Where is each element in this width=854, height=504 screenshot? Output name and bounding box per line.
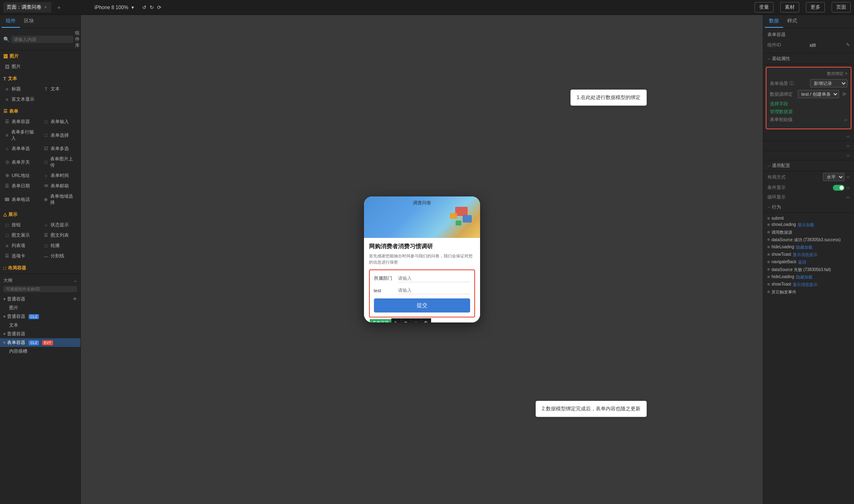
refresh-icon[interactable]: ⟳ (157, 5, 161, 10)
form-row-dept: 所属部门 (374, 274, 470, 282)
comp-form-textarea[interactable]: ≡ 表单多行输入 (2, 127, 40, 143)
text-grid: ≡ 标题 T 文本 ≡ 富文本显示 (0, 83, 80, 105)
top-bar: 页面：调查问卷 × + iPhone 8 100% ▾ ↺ ↻ ⟳ 变量 素材 … (0, 0, 854, 15)
comp-form-region[interactable]: ⊕ 表单地域选择 (41, 191, 79, 207)
expand-icon[interactable]: ⌄ (73, 278, 77, 283)
eye-icon[interactable]: 👁 (73, 297, 77, 301)
comp-lib-button[interactable]: 组件库 (75, 30, 80, 48)
comp-tab[interactable]: ☰ 选项卡 (2, 251, 40, 261)
comp-button[interactable]: □ 按钮 (2, 220, 40, 230)
layout-toggle[interactable]: 通用配置 (763, 160, 854, 171)
tab-blocks[interactable]: 区块 (20, 15, 38, 28)
form-toolbar: 表单容器 ✎ ⧉ ⬚ 🗑 (370, 318, 431, 322)
form-select-icon: □ (43, 132, 49, 138)
comp-status[interactable]: ○ 状态提示 (41, 220, 79, 230)
comp-image[interactable]: 🖼 图片 (2, 62, 40, 71)
comp-divider[interactable]: — 分割线 (41, 251, 79, 261)
component-id-value: id8 (810, 43, 816, 48)
comp-list[interactable]: ☰ 图文列表 (41, 230, 79, 240)
form-scene-select[interactable]: 新增记录 (810, 79, 847, 87)
toolbar-delete-btn[interactable]: 🗑 (421, 318, 431, 322)
url-icon: ⊕ (4, 173, 10, 179)
comp-form-container[interactable]: ☰ 表单容器 (2, 117, 40, 126)
form-field-dept[interactable] (398, 274, 470, 282)
cond-display-toggle[interactable] (833, 185, 844, 191)
form-radio-icon: ○ (4, 146, 10, 152)
edit-icon[interactable]: ✎ (846, 42, 850, 48)
left-panel: 组件 区块 🔍 组件库 › 🖼 图片 🖼 图片 (0, 15, 81, 504)
outline-item-form[interactable]: ▾ 表单容器 CLZ EVT (0, 338, 80, 347)
form-row-test: test (374, 286, 470, 294)
comp-form-phone[interactable]: ☎ 表单电话 (2, 191, 40, 207)
comp-form-email[interactable]: ✉ 表单邮箱 (41, 181, 79, 191)
toolbar-copy-btn[interactable]: ⧉ (401, 318, 411, 322)
form-field-test[interactable] (398, 286, 470, 294)
layout-direction-select[interactable]: 水平 (823, 173, 844, 181)
behavior-hide-loading2: hideLoading 隐藏加载 (767, 274, 850, 281)
component-id-row: 组件ID id8 ✎ (767, 42, 850, 48)
var-button[interactable]: 变量 (755, 2, 774, 12)
component-title-row: 表单容器 (767, 32, 850, 40)
inf-layout: ∞ (846, 174, 850, 180)
comp-card[interactable]: □ 图文展示 (2, 230, 40, 240)
more-button[interactable]: 更多 (806, 2, 825, 12)
decor-green (456, 220, 461, 225)
comp-form-radio[interactable]: ○ 表单单选 (2, 144, 40, 153)
basic-props-toggle[interactable]: 基础属性 (763, 53, 854, 64)
outline-item-label: 普通容器 (7, 331, 25, 337)
outline-item-text[interactable]: 文本 (0, 321, 80, 330)
page-button[interactable]: 页面 (832, 2, 851, 12)
tab-components[interactable]: 组件 (2, 15, 20, 28)
submit-button[interactable]: 提交 (374, 298, 470, 313)
search-input[interactable] (11, 36, 73, 43)
behavior-dot6 (767, 253, 770, 256)
page-tab[interactable]: 页面：调查问卷 × (3, 2, 51, 12)
outline-item-container3[interactable]: ▾ 普通容器 (0, 330, 80, 338)
comp-form-input[interactable]: □ 表单输入 (41, 117, 79, 126)
outline-item-image[interactable]: 图片 (0, 303, 80, 312)
comp-form-time[interactable]: ○ 表单时间 (41, 171, 79, 180)
toolbar-edit-btn[interactable]: ✎ (391, 318, 401, 322)
behavior-dot5 (767, 246, 770, 248)
comp-form-date[interactable]: ☰ 表单日期 (2, 181, 40, 191)
comp-form-select[interactable]: □ 表单选择 (41, 127, 79, 143)
callout-box-2: 2.数据模型绑定完成后，表单内容也随之更新 (536, 401, 647, 417)
comp-text[interactable]: T 文本 (41, 84, 79, 94)
tab-style[interactable]: 样式 (783, 15, 801, 28)
behavior-toggle[interactable]: 行为 (763, 202, 854, 213)
comp-rich-text[interactable]: ≡ 富文本显示 (2, 94, 79, 104)
manage-datasource-link[interactable]: 管理数据源 (770, 109, 793, 114)
comp-form-checkbox[interactable]: ☑ 表单多选 (41, 144, 79, 153)
comp-list-item[interactable]: ≡ 列表项 (2, 241, 40, 250)
comp-form-switch[interactable]: ⊙ 表单开关 (2, 154, 40, 170)
form-email-icon: ✉ (43, 183, 49, 189)
outline-item-label: 文本 (9, 322, 18, 328)
add-tab-button[interactable]: + (55, 3, 63, 12)
tab-data[interactable]: 数据 (765, 15, 783, 28)
device-selector[interactable]: iPhone 8 100% ▾ ↺ ↻ ⟳ (90, 5, 166, 10)
behavior-dot11 (767, 291, 770, 293)
tab-close-icon[interactable]: × (43, 5, 48, 10)
material-button[interactable]: 素材 (780, 2, 799, 12)
outline-item-label: 表单容器 (7, 339, 25, 346)
clz-badge: CLZ (29, 314, 39, 319)
datasource-select[interactable]: test / 创建单条记录 (798, 90, 839, 98)
comp-carousel[interactable]: □ 轮播 (41, 241, 79, 250)
list-icon: ☰ (43, 233, 49, 238)
comp-form-upload[interactable]: □ 表单图片上传 (41, 154, 79, 170)
outline-item-container1[interactable]: ▾ 普通容器 👁 (0, 295, 80, 303)
refresh-binding-icon[interactable]: ⟳ (841, 91, 847, 97)
device-label: iPhone 8 100% (95, 5, 128, 10)
outline-search-input[interactable] (3, 286, 77, 292)
undo-icon[interactable]: ↺ (142, 5, 146, 10)
redo-icon[interactable]: ↻ (150, 5, 154, 10)
select-field-link[interactable]: 选择字段 (770, 101, 788, 106)
comp-heading[interactable]: ≡ 标题 (2, 84, 40, 94)
comp-url[interactable]: ⊕ URL地址 (2, 171, 40, 180)
form-container[interactable]: 所属部门 test 提交 表单容器 ✎ ⧉ ⬚ 🗑 (369, 269, 475, 317)
outline-item-container2[interactable]: ▾ 普通容器 CLZ (0, 312, 80, 321)
toolbar-duplicate-btn[interactable]: ⬚ (411, 318, 421, 322)
outline-item-slot[interactable]: 内容插槽 (0, 347, 80, 356)
data-binding-section: 数控绑定 × 表单场景 ⓘ 新增记录 数据源绑定 test / 创建单条记录 ⟳ (766, 67, 852, 129)
initial-value-row: 表单初始值 ∞ (770, 116, 847, 123)
